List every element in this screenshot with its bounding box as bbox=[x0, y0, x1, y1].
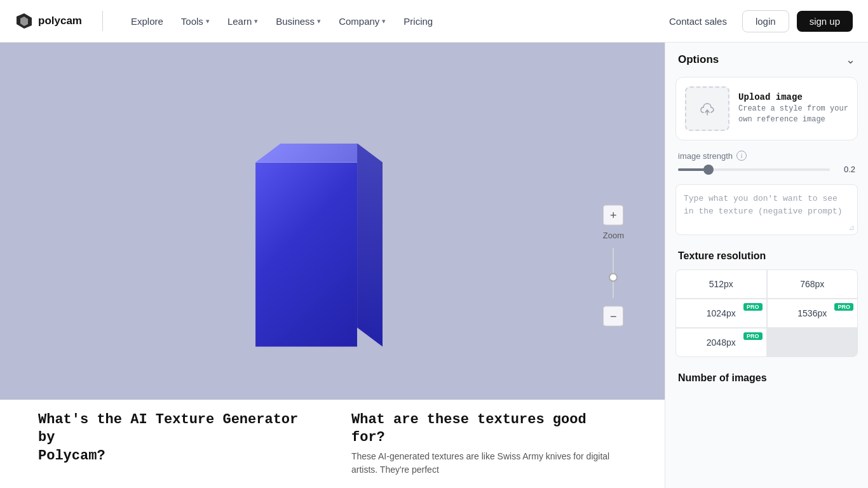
signup-button[interactable]: sign up bbox=[797, 11, 853, 32]
slider-thumb[interactable] bbox=[703, 165, 714, 175]
image-strength-slider[interactable] bbox=[678, 168, 830, 171]
pro-badge: PRO bbox=[743, 303, 763, 311]
upload-description: Create a style from your own reference i… bbox=[738, 104, 848, 125]
collapse-icon[interactable]: ⌄ bbox=[846, 53, 855, 67]
box-right-face bbox=[357, 144, 383, 347]
right-heading: What are these textures good for? bbox=[351, 411, 627, 447]
nav-learn[interactable]: Learn ▾ bbox=[220, 11, 266, 32]
right-info-col: What are these textures good for? These … bbox=[351, 411, 627, 477]
chevron-down-icon: ▾ bbox=[254, 17, 258, 25]
box-front-face bbox=[255, 163, 357, 347]
zoom-control: + Zoom − bbox=[603, 205, 624, 326]
panel-header: Options ⌄ bbox=[665, 43, 868, 77]
3d-model bbox=[255, 144, 383, 347]
polycam-logo-icon bbox=[15, 12, 33, 30]
nav-links: Explore Tools ▾ Learn ▾ Business ▾ Compa… bbox=[123, 11, 641, 32]
info-icon[interactable]: i bbox=[736, 151, 747, 161]
image-strength-label: image strength i bbox=[665, 151, 868, 165]
pro-badge: PRO bbox=[743, 332, 763, 340]
upload-dropzone[interactable] bbox=[685, 86, 729, 131]
nav-actions: Contact sales login sign up bbox=[661, 10, 853, 32]
upload-title: Upload image bbox=[738, 92, 848, 102]
resolution-1536px[interactable]: 1536px PRO bbox=[768, 299, 858, 327]
zoom-label: Zoom bbox=[603, 230, 624, 240]
chevron-down-icon: ▾ bbox=[206, 17, 210, 25]
negative-prompt-area[interactable]: Type what you don't want to see in the t… bbox=[675, 184, 858, 235]
main-layout: + Zoom − ✨ Generate What's the AI Textur… bbox=[0, 43, 868, 488]
upload-text: Upload image Create a style from your ow… bbox=[738, 92, 848, 125]
left-heading: What's the AI Texture Generator byPolyca… bbox=[38, 411, 313, 466]
contact-sales-button[interactable]: Contact sales bbox=[661, 11, 735, 32]
negative-prompt-placeholder: Type what you don't want to see in the t… bbox=[684, 193, 850, 217]
login-button[interactable]: login bbox=[742, 10, 789, 32]
nav-company[interactable]: Company ▾ bbox=[331, 11, 393, 32]
pro-badge: PRO bbox=[834, 303, 853, 311]
nav-divider bbox=[102, 11, 103, 31]
resize-handle-icon: ⊿ bbox=[848, 223, 855, 232]
zoom-in-button[interactable]: + bbox=[603, 205, 623, 225]
nav-business[interactable]: Business ▾ bbox=[268, 11, 329, 32]
upload-cloud-icon bbox=[697, 98, 717, 119]
navbar: polycam Explore Tools ▾ Learn ▾ Business… bbox=[0, 0, 868, 43]
panel-title: Options bbox=[678, 53, 719, 66]
options-panel: Options ⌄ Upload image Create a style fr… bbox=[665, 43, 868, 488]
upload-image-card[interactable]: Upload image Create a style from your ow… bbox=[675, 77, 858, 140]
nav-tools[interactable]: Tools ▾ bbox=[173, 11, 217, 32]
nav-explore[interactable]: Explore bbox=[123, 11, 171, 32]
resolution-512px[interactable]: 512px bbox=[676, 270, 766, 298]
resolution-768px[interactable]: 768px bbox=[768, 270, 858, 298]
zoom-slider[interactable] bbox=[613, 247, 614, 298]
chevron-down-icon: ▾ bbox=[382, 17, 386, 25]
number-of-images-heading: Number of images bbox=[665, 367, 868, 386]
logo[interactable]: polycam bbox=[15, 12, 82, 30]
slider-value: 0.2 bbox=[837, 165, 855, 174]
3d-viewport[interactable]: + Zoom − ✨ Generate What's the AI Textur… bbox=[0, 43, 665, 488]
image-strength-slider-row: 0.2 bbox=[665, 165, 868, 184]
chevron-down-icon: ▾ bbox=[317, 17, 321, 25]
resolution-2048px[interactable]: 2048px PRO bbox=[676, 329, 766, 356]
texture-resolution-heading: Texture resolution bbox=[665, 245, 868, 269]
logo-text: polycam bbox=[38, 15, 82, 27]
resolution-grid: 512px 768px 1024px PRO 1536px PRO 2048px… bbox=[675, 269, 858, 357]
bottom-text-bar: What's the AI Texture Generator byPolyca… bbox=[0, 400, 665, 488]
resolution-1024px[interactable]: 1024px PRO bbox=[676, 299, 766, 327]
nav-pricing[interactable]: Pricing bbox=[396, 11, 440, 32]
zoom-out-button[interactable]: − bbox=[603, 306, 623, 326]
right-body: These AI-generated textures are like Swi… bbox=[351, 450, 627, 477]
zoom-slider-thumb[interactable] bbox=[609, 273, 618, 281]
left-info-col: What's the AI Texture Generator byPolyca… bbox=[38, 411, 313, 477]
